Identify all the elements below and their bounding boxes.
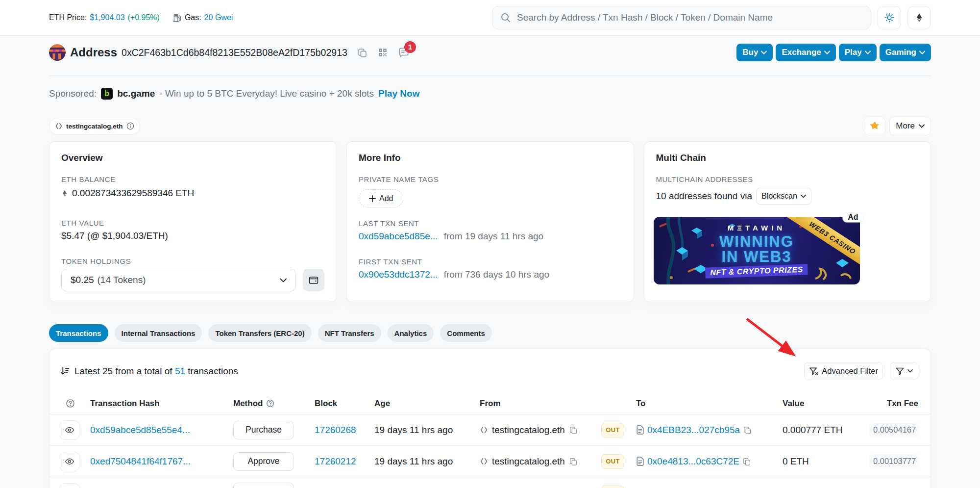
play-button[interactable]: Play [839,44,877,61]
funnel-icon [896,367,904,375]
wallet-button[interactable] [303,269,324,291]
help-circle-icon[interactable] [66,399,75,408]
method-badge[interactable]: Purchase [233,421,294,439]
metawin-ad-banner[interactable]: MΞTAWIN WINNING IN WEB3 NFT & CRYPTO PRI… [654,217,860,284]
sponsor-play-now-link[interactable]: Play Now [378,88,419,99]
network-eth-button[interactable] [907,6,931,29]
tab-internal-transactions[interactable]: Internal Transactions [115,324,202,342]
tx-summary-suffix: transactions [188,366,238,376]
first-txn-sent-label: FIRST TXN SENT [359,257,622,266]
transactions-card: Latest 25 from a total of 51 transaction… [49,349,931,488]
to-address-link[interactable]: 0x4EBB23...027cb95a [647,425,740,436]
col-value: Value [783,399,869,409]
txn-fee-cell: 0.00103777 [869,455,920,468]
chevron-down-icon [801,194,806,198]
chevron-down-icon [824,51,830,54]
tx-hash-link[interactable]: 0xd59abce5d85e55e4... [90,425,190,435]
ethereum-icon [914,13,924,23]
tx-hash-link[interactable]: 0xed7504841f64f1767... [90,456,191,466]
method-badge[interactable]: Approve [233,452,294,471]
gaming-button[interactable]: Gaming [880,44,931,61]
eth-glyph-icon [61,190,68,197]
theme-toggle-button[interactable] [878,6,901,29]
name-tag-pill[interactable]: testingcatalog.eth [49,118,140,135]
col-txn-fee[interactable]: Txn Fee [869,399,918,409]
multichain-card: Multi Chain MULTICHAIN ADDRESSES 10 addr… [644,141,931,302]
tx-summary-text: Latest 25 from a total of 51 transaction… [74,366,238,377]
tab-transactions[interactable]: Transactions [49,324,108,342]
token-holdings-select[interactable]: $0.25 (14 Tokens) [61,269,296,291]
contract-file-icon [636,425,644,435]
copy-icon[interactable] [569,426,578,435]
eye-icon[interactable] [60,420,79,440]
from-address[interactable]: testingcatalog.eth [492,425,565,436]
search-box [492,6,871,29]
from-address[interactable]: testingcatalog.eth [492,456,565,467]
topbar: ETH Price: $1,904.03 (+0.95%) Gas: 20 Gw… [0,0,980,36]
copy-icon[interactable] [742,457,751,466]
eth-price-value[interactable]: $1,904.03 [90,13,124,22]
eye-icon[interactable] [60,452,79,471]
copy-icon[interactable] [569,457,578,466]
tx-total-link[interactable]: 51 [175,366,185,376]
multichain-title: Multi Chain [656,153,919,163]
wallet-icon [308,275,319,285]
first-txn-hash-link[interactable]: 0x90e53ddc1372... [359,269,438,280]
comments-icon[interactable]: 1 [398,47,410,58]
method-badge[interactable] [233,483,294,488]
tab-comments[interactable]: Comments [440,324,492,342]
tab-analytics[interactable]: Analytics [388,324,434,342]
first-txn-time: from 736 days 10 hrs ago [444,269,549,280]
blockscan-button-label: Blockscan [761,192,797,201]
table-row: testingcatalog.eth OUT 0x4EBB23...027cb9… [49,477,931,488]
chevron-down-icon [919,124,925,128]
contract-file-icon [636,457,644,466]
col-age[interactable]: Age [374,399,480,409]
plus-icon [369,195,376,202]
sponsored-bar: Sponsored: b bc.game - Win up to 5 BTC E… [49,87,931,100]
tab-token-transfers[interactable]: Token Transfers (ERC-20) [208,324,311,342]
last-txn-sent-label: LAST TXN SENT [359,219,622,228]
gas-value[interactable]: 20 Gwei [204,13,233,22]
code-brackets-icon [480,457,488,465]
to-address-link[interactable]: 0x0e4813...0c63C72E [647,456,739,467]
blockscan-dropdown-button[interactable]: Blockscan [756,188,811,205]
col-transaction-hash: Transaction Hash [90,399,233,409]
add-name-tag-button[interactable]: Add [359,189,403,207]
col-label: To [636,399,646,409]
sponsor-brand: bc.game [117,88,155,99]
advanced-filter-button[interactable]: Advanced Filter [804,362,883,380]
qr-code-icon[interactable] [377,47,388,58]
copy-address-icon[interactable] [357,48,368,58]
eth-balance-value: 0.002873433629589346 ETH [72,188,194,199]
txn-fee-cell: 0.00504167 [869,423,920,437]
block-link[interactable]: 17260212 [315,456,356,466]
age-cell: 19 days 11 hrs ago [374,425,480,436]
exchange-button[interactable]: Exchange [776,44,835,61]
block-link[interactable]: 17260268 [315,425,356,435]
last-txn-hash-link[interactable]: 0xd59abce5d85e... [359,231,438,242]
col-label: Txn Fee [887,399,918,409]
col-label: Age [374,399,390,409]
token-holdings-label: TOKEN HOLDINGS [61,257,324,265]
col-from: From [480,399,601,409]
search-input[interactable] [517,12,863,23]
help-circle-icon[interactable] [266,399,274,408]
direction-badge: OUT [601,486,624,488]
table-row: 0xd59abce5d85e55e4... Purchase 17260268 … [49,414,931,446]
filter-dropdown-button[interactable] [890,362,918,380]
tab-nft-transfers[interactable]: NFT Transfers [318,324,381,342]
sponsor-text: - Win up to 5 BTC Everyday! Live casino … [159,88,374,99]
tx-table-header: Transaction Hash Method Block Age From T… [49,393,931,414]
more-dropdown-button[interactable]: More [889,117,931,135]
buy-button[interactable]: Buy [736,44,773,61]
copy-icon[interactable] [743,426,752,435]
sort-icon [60,366,70,376]
col-label: Value [783,399,804,409]
eth-balance-label: ETH BALANCE [61,175,324,183]
eye-icon[interactable] [60,483,79,488]
star-icon [869,120,881,132]
topbar-stats: ETH Price: $1,904.03 (+0.95%) Gas: 20 Gw… [49,13,233,23]
overview-card: Overview ETH BALANCE 0.00287343362958934… [49,141,337,302]
favorite-star-button[interactable] [864,117,885,135]
